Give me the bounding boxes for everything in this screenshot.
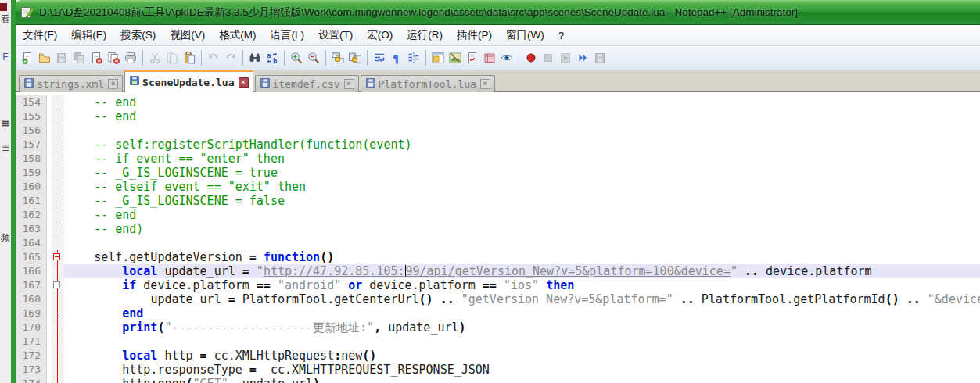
editor[interactable]: 154 -- end155 -- end156157 -- self:regis… <box>16 92 980 383</box>
tab-strings-xml[interactable]: strings.xml× <box>19 75 123 92</box>
code-line[interactable]: 158 -- if event == "enter" then <box>16 152 980 166</box>
code-text[interactable]: http:open("GET", update_url) <box>64 377 980 383</box>
code-line[interactable]: 161 -- _G_IS_LOGINSCENE = false <box>16 194 980 208</box>
menu-item-3[interactable]: 视图(V) <box>163 26 212 45</box>
fold-margin[interactable] <box>52 377 64 383</box>
fold-margin[interactable] <box>52 236 64 250</box>
code-line[interactable]: 172 local http = cc.XMLHttpRequest:new() <box>16 349 980 363</box>
zoom-in-icon[interactable] <box>288 49 305 66</box>
replace-icon[interactable]: ab <box>264 49 281 66</box>
code-text[interactable]: update_url = PlatformTool.getCenterUrl()… <box>64 292 980 306</box>
code-line[interactable]: 167 if device.platform == "android" or d… <box>16 278 980 292</box>
close-tab-icon[interactable]: × <box>108 79 118 89</box>
code-line[interactable]: 174 http:open("GET", update_url) <box>16 377 980 383</box>
code-text[interactable] <box>64 236 980 250</box>
close-tab-icon[interactable]: × <box>239 77 249 88</box>
code-text[interactable]: -- end <box>64 109 980 123</box>
menu-item-9[interactable]: 插件(P) <box>450 26 499 45</box>
fold-margin[interactable] <box>52 306 64 320</box>
code-text[interactable]: self.getUpdateVersion = function() <box>64 250 980 264</box>
code-line[interactable]: 163 -- end) <box>16 222 980 236</box>
fold-margin[interactable] <box>52 292 64 306</box>
open-file-icon[interactable] <box>36 49 53 66</box>
menu-item-8[interactable]: 运行(R) <box>400 26 450 45</box>
code-text[interactable]: print("--------------------更新地址:", updat… <box>64 320 980 335</box>
macro-record-icon[interactable] <box>522 49 540 66</box>
tab-sceneupdate-lua[interactable]: SceneUpdate.lua× <box>124 70 253 92</box>
menu-item-11[interactable]: ? <box>551 27 572 44</box>
find-icon[interactable] <box>246 49 264 66</box>
code-line[interactable]: 154 -- end <box>16 95 980 109</box>
fold-margin[interactable] <box>52 264 64 278</box>
menu-item-5[interactable]: 语言(L) <box>264 26 312 45</box>
fold-collapse-icon[interactable] <box>53 281 60 288</box>
tab-platformtool-lua[interactable]: PlatformTool.lua× <box>361 75 495 92</box>
code-line[interactable]: 164 <box>16 236 980 250</box>
code-line[interactable]: 166 local update_url = "http://47.92.85.… <box>16 264 980 278</box>
fold-margin[interactable] <box>52 166 64 180</box>
code-line[interactable]: 157 -- self:registerScriptHandler(functi… <box>16 138 980 152</box>
document-map-icon[interactable] <box>447 49 464 66</box>
close-file-icon[interactable] <box>88 49 105 66</box>
fold-margin[interactable] <box>52 320 64 335</box>
code-line[interactable]: 168 update_url = PlatformTool.getCenterU… <box>16 292 980 306</box>
code-line[interactable]: 155 -- end <box>16 109 980 123</box>
code-text[interactable]: -- _G_IS_LOGINSCENE = true <box>64 166 980 180</box>
fold-margin[interactable] <box>52 222 64 236</box>
menu-item-4[interactable]: 格式(M) <box>212 26 263 45</box>
user-defined-language-icon[interactable] <box>429 49 447 66</box>
show-indent-guide-icon[interactable] <box>405 49 422 66</box>
menu-item-1[interactable]: 编辑(E) <box>64 26 113 45</box>
preview-icon[interactable] <box>498 49 515 66</box>
code-line[interactable]: 156 <box>16 123 980 138</box>
code-text[interactable] <box>64 335 980 349</box>
code-line[interactable]: 165 self.getUpdateVersion = function() <box>16 250 980 264</box>
code-text[interactable]: -- if event == "enter" then <box>64 152 980 166</box>
menu-item-2[interactable]: 搜索(S) <box>113 26 163 45</box>
code-text-current-line[interactable]: local update_url = "http://47.92.85.105:… <box>64 264 980 278</box>
macro-run-multiple-icon[interactable] <box>574 49 591 66</box>
fold-margin[interactable] <box>52 250 64 264</box>
code-text[interactable]: -- end <box>64 95 980 109</box>
print-icon[interactable] <box>122 49 139 66</box>
code-text[interactable]: -- end) <box>64 222 980 236</box>
code-line[interactable]: 162 -- end <box>16 208 980 222</box>
fold-margin[interactable] <box>52 123 64 138</box>
code-line[interactable]: 169 end <box>16 306 980 320</box>
run-script-icon[interactable] <box>464 49 481 66</box>
code-text[interactable]: http.responseType = cc.XMLHTTPREQUEST_RE… <box>64 363 980 377</box>
fold-collapse-icon[interactable] <box>53 253 60 260</box>
code-line[interactable]: 159 -- _G_IS_LOGINSCENE = true <box>16 166 980 180</box>
mime-tools-icon[interactable] <box>481 49 498 66</box>
code-text[interactable]: -- end <box>64 208 980 222</box>
new-file-icon[interactable] <box>19 49 36 66</box>
zoom-out-icon[interactable] <box>305 49 322 66</box>
word-wrap-icon[interactable] <box>371 49 388 66</box>
menu-item-6[interactable]: 设置(T) <box>311 26 360 45</box>
code-line[interactable]: 160 -- elseif event == "exit" then <box>16 180 980 194</box>
fold-margin[interactable] <box>52 180 64 194</box>
code-text[interactable]: if device.platform == "android" or devic… <box>64 278 980 292</box>
paste-icon[interactable] <box>181 49 198 66</box>
code-text[interactable]: -- self:registerScriptHandler(function(e… <box>64 138 980 152</box>
code-text[interactable]: local http = cc.XMLHttpRequest:new() <box>64 349 980 363</box>
fold-margin[interactable] <box>52 349 64 363</box>
code-text[interactable]: -- elseif event == "exit" then <box>64 180 980 194</box>
code-text[interactable] <box>64 123 980 138</box>
fold-margin[interactable] <box>52 194 64 208</box>
menu-item-7[interactable]: 宏(O) <box>360 26 400 45</box>
code-line[interactable]: 173 http.responseType = cc.XMLHTTPREQUES… <box>16 363 980 377</box>
close-tab-icon[interactable]: × <box>344 79 354 89</box>
tab-itemdef-csv[interactable]: itemdef.csv× <box>255 75 359 92</box>
code-text[interactable]: -- _G_IS_LOGINSCENE = false <box>64 194 980 208</box>
fold-margin[interactable] <box>52 208 64 222</box>
sync-vertical-scroll-icon[interactable] <box>329 49 346 66</box>
code-line[interactable]: 170 print("--------------------更新地址:", u… <box>16 320 980 335</box>
sync-horizontal-scroll-icon[interactable] <box>346 49 364 66</box>
code-line[interactable]: 171 <box>16 335 980 349</box>
code-text[interactable]: end <box>64 306 980 320</box>
fold-margin[interactable] <box>52 152 64 166</box>
menu-item-10[interactable]: 窗口(W) <box>499 26 551 45</box>
close-tab-icon[interactable]: × <box>480 79 490 89</box>
fold-margin[interactable] <box>52 109 64 123</box>
